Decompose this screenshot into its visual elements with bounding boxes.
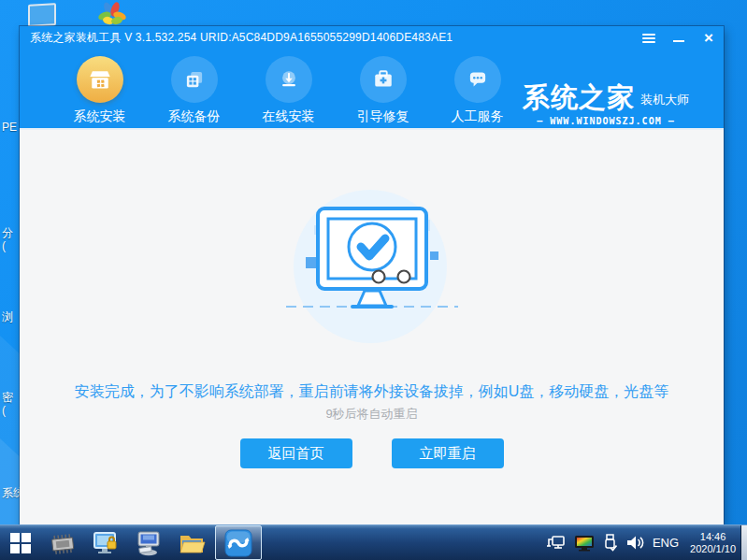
download-icon — [266, 56, 312, 103]
nav-label: 引导修复 — [357, 108, 409, 125]
nav-system-backup[interactable]: 系统备份 — [147, 56, 241, 125]
restart-now-button[interactable]: 立即重启 — [392, 438, 504, 468]
menu-icon[interactable] — [641, 31, 656, 46]
success-monitor-icon — [279, 201, 466, 345]
chat-support-icon — [454, 56, 501, 103]
start-button[interactable] — [0, 525, 41, 560]
restart-countdown: 9秒后将自动重启 — [20, 406, 724, 423]
installer-window: 系统之家装机工具 V 3.1.532.254 URID:A5C84DD9A165… — [20, 26, 724, 524]
nav-boot-repair[interactable]: 引导修复 — [336, 56, 430, 125]
nav-label: 人工服务 — [452, 108, 504, 125]
taskbar-screen-lock-icon[interactable] — [84, 525, 127, 560]
back-home-button[interactable]: 返回首页 — [240, 438, 352, 468]
nav-online-install[interactable]: 在线安装 — [241, 56, 336, 125]
repair-kit-icon — [360, 56, 407, 103]
brand-name: 系统之家 — [523, 83, 635, 111]
backup-copy-icon — [171, 56, 218, 103]
show-desktop-button[interactable] — [740, 525, 747, 560]
taskbar-installer-app-icon[interactable] — [215, 525, 262, 560]
completion-message: 安装完成，为了不影响系统部署，重启前请将外接设备拔掉，例如U盘，移动硬盘，光盘等 — [20, 382, 724, 402]
speaker-icon[interactable] — [625, 535, 644, 551]
desktop-icon-label-fragment[interactable]: 分 ( — [2, 226, 20, 252]
desktop-flower-logo-icon[interactable] — [96, 2, 128, 29]
install-box-icon — [77, 56, 123, 103]
desktop-icon-label-fragment[interactable]: 密 ( — [2, 391, 20, 417]
system-tray: ENG 14:46 2020/1/10 — [547, 525, 736, 560]
windows-logo-icon — [10, 533, 31, 553]
taskbar-memory-chip-icon[interactable] — [41, 525, 84, 560]
brand-logo: 系统之家 装机大师 — WWW.WINDOWSZJ.COM — — [514, 83, 697, 126]
language-indicator[interactable]: ENG — [653, 536, 679, 550]
clock-time: 14:46 — [690, 531, 736, 543]
brand-subtitle: 装机大师 — [640, 92, 689, 111]
main-content: 安装完成，为了不影响系统部署，重启前请将外接设备拔掉，例如U盘，移动硬盘，光盘等… — [20, 128, 724, 524]
desktop-icon-label-fragment[interactable]: 浏 — [2, 310, 20, 323]
brand-website: — WWW.WINDOWSZJ.COM — — [514, 116, 697, 126]
desktop-icon-label-fragment[interactable]: PE — [2, 121, 20, 134]
clock-date: 2020/1/10 — [690, 543, 736, 555]
taskbar-folder-icon[interactable] — [170, 525, 213, 560]
nav-label: 系统安装 — [74, 108, 126, 125]
title-bar: 系统之家装机工具 V 3.1.532.254 URID:A5C84DD9A165… — [20, 26, 724, 50]
taskbar-clock[interactable]: 14:46 2020/1/10 — [690, 531, 736, 555]
window-title: 系统之家装机工具 V 3.1.532.254 URID:A5C84DD9A165… — [20, 30, 453, 46]
close-icon[interactable]: × — [701, 31, 716, 46]
network-icon[interactable] — [547, 535, 566, 551]
taskbar: ENG 14:46 2020/1/10 — [0, 524, 747, 560]
desktop-monitor-icon[interactable] — [28, 3, 56, 27]
nav-bar: 系统安装 系统备份 — [20, 50, 724, 128]
display-color-icon[interactable] — [574, 535, 595, 552]
screen: PE 分 ( 浏 密 ( 系统 系统之家装机工具 V 3.1.532.254 U… — [0, 0, 747, 560]
desktop-icon-label-fragment[interactable]: 系统 — [2, 486, 22, 499]
minimize-icon[interactable] — [671, 31, 686, 46]
usb-device-icon[interactable] — [603, 534, 617, 552]
nav-label: 在线安装 — [263, 108, 315, 125]
nav-system-install[interactable]: 系统安装 — [52, 56, 147, 125]
taskbar-computer-icon[interactable] — [127, 525, 170, 560]
nav-label: 系统备份 — [168, 108, 221, 125]
nav-human-support[interactable]: 人工服务 — [430, 56, 524, 125]
